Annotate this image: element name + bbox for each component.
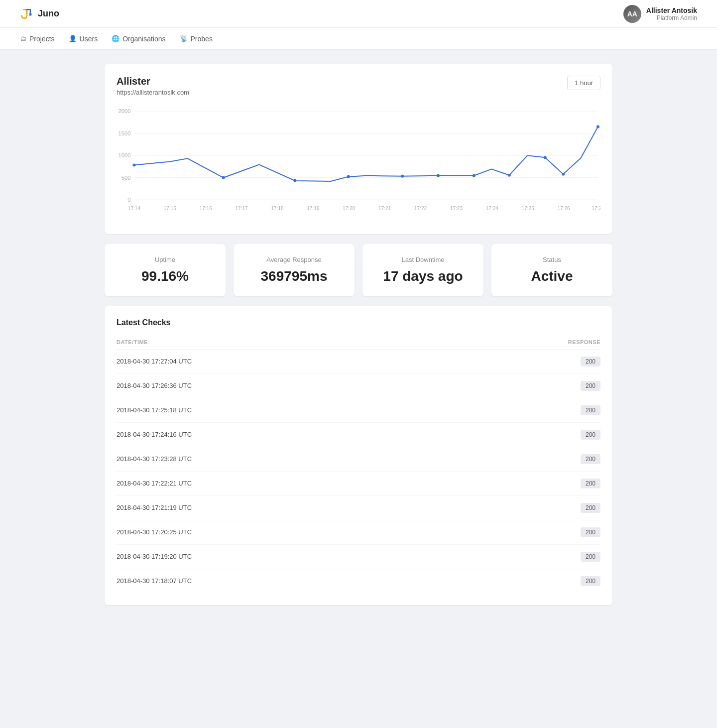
stat-last-downtime-value: 17 days ago	[374, 268, 472, 284]
svg-point-12	[222, 176, 225, 179]
logo-icon	[20, 7, 34, 21]
chart-wrapper: 2000 1500 1000 500 0	[117, 104, 600, 222]
table-row: 2018-04-30 17:25:18 UTC 200	[117, 398, 600, 422]
avatar: AA	[623, 5, 641, 23]
check-response: 200	[455, 349, 600, 373]
nav-label-organisations: Organisations	[122, 35, 165, 43]
stats-row: Uptime 99.16% Average Response 369795ms …	[105, 244, 612, 296]
chart-header: Allister https://allisterantosik.com 1 h…	[117, 76, 600, 96]
svg-text:17:16: 17:16	[200, 206, 213, 211]
check-datetime: 2018-04-30 17:19:20 UTC	[117, 544, 455, 569]
svg-point-11	[132, 163, 135, 166]
chart-svg: 2000 1500 1000 500 0	[117, 104, 600, 220]
nav-label-users: Users	[80, 35, 98, 43]
check-datetime: 2018-04-30 17:24:16 UTC	[117, 422, 455, 447]
response-badge: 200	[581, 527, 600, 537]
header: Juno AA Allister Antosik Platform Admin	[0, 0, 717, 28]
check-response: 200	[455, 569, 600, 593]
svg-point-13	[293, 179, 296, 182]
logo[interactable]: Juno	[20, 7, 59, 21]
check-datetime: 2018-04-30 17:22:21 UTC	[117, 471, 455, 495]
users-icon: 👤	[69, 35, 77, 42]
response-badge: 200	[581, 552, 600, 562]
nav-item-projects[interactable]: 🗂 Projects	[20, 33, 55, 45]
response-badge: 200	[581, 381, 600, 391]
svg-point-15	[401, 175, 404, 178]
table-row: 2018-04-30 17:19:20 UTC 200	[117, 544, 600, 569]
table-row: 2018-04-30 17:27:04 UTC 200	[117, 349, 600, 373]
svg-text:17:25: 17:25	[522, 206, 535, 211]
svg-text:500: 500	[121, 175, 131, 181]
table-row: 2018-04-30 17:26:36 UTC 200	[117, 373, 600, 398]
svg-text:1000: 1000	[119, 152, 131, 158]
stat-uptime-label: Uptime	[117, 256, 214, 263]
svg-text:17:15: 17:15	[164, 206, 177, 211]
svg-point-19	[544, 156, 547, 159]
svg-point-21	[597, 125, 599, 128]
stat-uptime-value: 99.16%	[117, 268, 214, 284]
svg-text:17:22: 17:22	[414, 206, 427, 211]
organisations-icon: 🌐	[112, 35, 120, 42]
time-selector-button[interactable]: 1 hour	[567, 76, 600, 90]
check-datetime: 2018-04-30 17:26:36 UTC	[117, 373, 455, 398]
probes-icon: 📡	[180, 35, 188, 42]
stat-status: Status Active	[491, 244, 612, 296]
check-response: 200	[455, 373, 600, 398]
user-profile: AA Allister Antosik Platform Admin	[623, 5, 697, 23]
svg-point-16	[437, 174, 440, 177]
check-response: 200	[455, 544, 600, 569]
chart-card: Allister https://allisterantosik.com 1 h…	[105, 64, 612, 234]
svg-text:17:27: 17:27	[592, 206, 600, 211]
checks-card: Latest Checks DATE/TIME RESPONSE 2018-04…	[105, 306, 612, 605]
nav-label-projects: Projects	[29, 35, 55, 43]
svg-text:17:17: 17:17	[235, 206, 248, 211]
svg-point-0	[29, 13, 31, 15]
stat-last-downtime-label: Last Downtime	[374, 256, 472, 263]
stat-status-value: Active	[503, 268, 600, 284]
response-badge: 200	[581, 405, 600, 415]
check-datetime: 2018-04-30 17:23:28 UTC	[117, 447, 455, 471]
svg-text:17:19: 17:19	[307, 206, 320, 211]
table-row: 2018-04-30 17:21:19 UTC 200	[117, 495, 600, 520]
user-role: Platform Admin	[646, 14, 697, 21]
nav-item-probes[interactable]: 📡 Probes	[180, 33, 213, 45]
table-row: 2018-04-30 17:18:07 UTC 200	[117, 569, 600, 593]
svg-text:17:23: 17:23	[450, 206, 463, 211]
check-response: 200	[455, 520, 600, 544]
stat-status-label: Status	[503, 256, 600, 263]
response-badge: 200	[581, 430, 600, 440]
app-name: Juno	[38, 8, 59, 19]
response-badge: 200	[581, 576, 600, 586]
main-content: Allister https://allisterantosik.com 1 h…	[85, 50, 632, 619]
check-datetime: 2018-04-30 17:25:18 UTC	[117, 398, 455, 422]
user-name: Allister Antosik	[646, 6, 697, 14]
nav-item-users[interactable]: 👤 Users	[69, 33, 98, 45]
col-response: RESPONSE	[455, 335, 600, 350]
table-row: 2018-04-30 17:23:28 UTC 200	[117, 447, 600, 471]
svg-point-18	[508, 174, 511, 177]
svg-text:17:20: 17:20	[343, 206, 356, 211]
check-response: 200	[455, 495, 600, 520]
stat-avg-response-value: 369795ms	[245, 268, 343, 284]
check-datetime: 2018-04-30 17:20:25 UTC	[117, 520, 455, 544]
svg-text:0: 0	[127, 197, 130, 203]
response-badge: 200	[581, 357, 600, 366]
check-datetime: 2018-04-30 17:27:04 UTC	[117, 349, 455, 373]
check-datetime: 2018-04-30 17:21:19 UTC	[117, 495, 455, 520]
svg-point-20	[562, 173, 565, 176]
projects-icon: 🗂	[20, 35, 26, 42]
svg-text:17:24: 17:24	[486, 206, 499, 211]
col-datetime: DATE/TIME	[117, 335, 455, 350]
check-response: 200	[455, 422, 600, 447]
check-response: 200	[455, 447, 600, 471]
response-badge: 200	[581, 503, 600, 513]
svg-text:17:26: 17:26	[557, 206, 570, 211]
stat-avg-response: Average Response 369795ms	[234, 244, 355, 296]
svg-text:17:21: 17:21	[378, 206, 391, 211]
checks-title: Latest Checks	[117, 318, 600, 327]
main-nav: 🗂 Projects 👤 Users 🌐 Organisations 📡 Pro…	[0, 28, 717, 50]
svg-text:1500: 1500	[119, 130, 131, 136]
svg-point-17	[473, 174, 476, 177]
checks-table: DATE/TIME RESPONSE 2018-04-30 17:27:04 U…	[117, 335, 600, 593]
nav-item-organisations[interactable]: 🌐 Organisations	[112, 33, 165, 45]
